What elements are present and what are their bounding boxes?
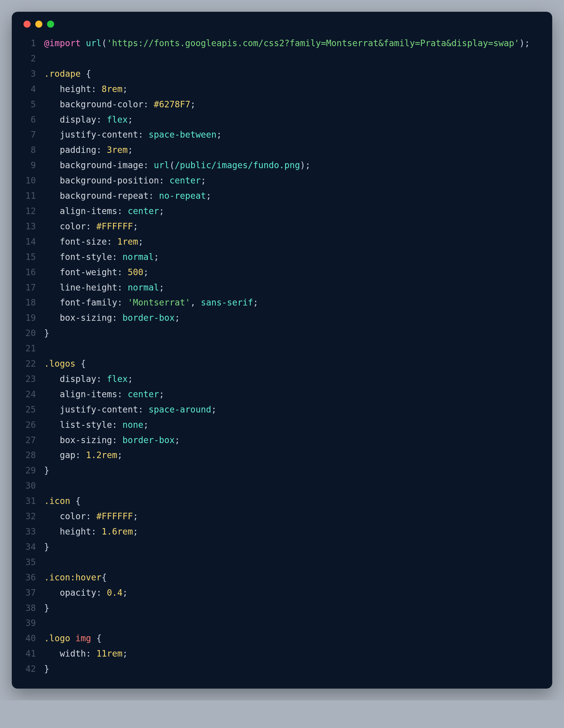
code-line[interactable]: 21 [24,341,540,356]
code-line[interactable]: 30 [24,478,540,494]
code-line[interactable]: 7 justify-content: space-between; [24,127,540,143]
line-content[interactable]: .logo img { [44,631,540,646]
minimize-icon[interactable] [35,21,42,28]
code-line[interactable]: 3.rodape { [24,66,540,82]
code-line[interactable]: 9 background-image: url(/public/images/f… [24,158,540,173]
line-content[interactable]: @import url('https://fonts.googleapis.co… [44,36,540,51]
close-icon[interactable] [24,21,31,28]
line-content[interactable] [44,555,540,570]
token-prop: width [60,649,86,659]
code-line[interactable]: 40.logo img { [24,631,540,646]
code-line[interactable]: 10 background-position: center; [24,173,540,188]
line-content[interactable]: } [44,662,540,677]
line-content[interactable]: width: 11rem; [44,646,540,662]
line-content[interactable]: height: 1.6rem; [44,524,540,540]
code-line[interactable]: 41 width: 11rem; [24,646,540,662]
line-content[interactable]: box-sizing: border-box; [44,310,540,326]
code-line[interactable]: 36.icon:hover{ [24,570,540,585]
maximize-icon[interactable] [47,21,54,28]
code-line[interactable]: 22.logos { [24,356,540,372]
code-line[interactable]: 15 font-style: normal; [24,250,540,265]
line-content[interactable]: font-family: 'Montserrat', sans-serif; [44,295,540,310]
code-line[interactable]: 39 [24,616,540,631]
token-punc: { [101,572,107,582]
code-line[interactable]: 5 background-color: #6278F7; [24,97,540,112]
line-content[interactable]: font-style: normal; [44,250,540,265]
line-content[interactable]: color: #FFFFFF; [44,509,540,524]
code-editor[interactable]: 1@import url('https://fonts.googleapis.c… [24,36,540,677]
line-number: 22 [24,356,44,372]
code-line[interactable]: 26 list-style: none; [24,418,540,433]
line-number: 15 [24,250,44,265]
code-line[interactable]: 13 color: #FFFFFF; [24,219,540,234]
code-line[interactable]: 4 height: 8rem; [24,82,540,97]
line-content[interactable]: background-repeat: no-repeat; [44,188,540,204]
code-line[interactable]: 24 align-items: center; [24,387,540,402]
code-line[interactable]: 8 padding: 3rem; [24,143,540,158]
line-content[interactable]: display: flex; [44,372,540,387]
code-line[interactable]: 34} [24,540,540,555]
line-content[interactable]: padding: 3rem; [44,143,540,158]
token-value: normal [122,252,154,262]
code-line[interactable]: 37 opacity: 0.4; [24,585,540,601]
line-content[interactable]: font-weight: 500; [44,265,540,280]
code-line[interactable]: 38} [24,601,540,616]
code-line[interactable]: 23 display: flex; [24,372,540,387]
line-content[interactable]: justify-content: space-between; [44,127,540,143]
line-content[interactable]: list-style: none; [44,418,540,433]
line-content[interactable]: background-image: url(/public/images/fun… [44,158,540,173]
line-content[interactable]: height: 8rem; [44,82,540,97]
code-line[interactable]: 11 background-repeat: no-repeat; [24,188,540,204]
line-content[interactable]: display: flex; [44,112,540,128]
line-content[interactable]: align-items: center; [44,204,540,219]
code-line[interactable]: 1@import url('https://fonts.googleapis.c… [24,36,540,51]
token-punc: ; [117,450,123,460]
code-line[interactable]: 18 font-family: 'Montserrat', sans-serif… [24,295,540,310]
line-content[interactable]: background-color: #6278F7; [44,97,540,112]
line-content[interactable]: background-position: center; [44,173,540,188]
line-content[interactable] [44,616,540,631]
token-default [44,84,60,94]
code-line[interactable]: 32 color: #FFFFFF; [24,509,540,524]
line-content[interactable] [44,51,540,66]
line-content[interactable]: align-items: center; [44,387,540,402]
code-line[interactable]: 28 gap: 1.2rem; [24,448,540,463]
token-punc: ; [133,511,138,521]
line-content[interactable]: color: #FFFFFF; [44,219,540,234]
line-content[interactable] [44,478,540,494]
code-line[interactable]: 29} [24,463,540,478]
line-content[interactable]: } [44,463,540,478]
line-content[interactable] [44,341,540,356]
code-line[interactable]: 16 font-weight: 500; [24,265,540,280]
line-content[interactable]: justify-content: space-around; [44,402,540,418]
line-content[interactable]: .icon:hover{ [44,570,540,585]
line-content[interactable]: } [44,326,540,341]
line-content[interactable]: gap: 1.2rem; [44,448,540,463]
code-line[interactable]: 33 height: 1.6rem; [24,524,540,540]
line-content[interactable]: line-height: normal; [44,280,540,295]
code-line[interactable]: 20} [24,326,540,341]
code-line[interactable]: 17 line-height: normal; [24,280,540,295]
code-line[interactable]: 14 font-size: 1rem; [24,234,540,250]
line-content[interactable]: .rodape { [44,66,540,82]
line-content[interactable]: .logos { [44,356,540,372]
line-number: 37 [24,585,44,601]
code-line[interactable]: 42} [24,662,540,677]
code-line[interactable]: 12 align-items: center; [24,204,540,219]
line-content[interactable]: opacity: 0.4; [44,585,540,601]
code-line[interactable]: 27 box-sizing: border-box; [24,433,540,448]
code-line[interactable]: 25 justify-content: space-around; [24,402,540,418]
line-number: 40 [24,631,44,646]
code-line[interactable]: 35 [24,555,540,570]
code-line[interactable]: 31.icon { [24,494,540,509]
code-line[interactable]: 19 box-sizing: border-box; [24,310,540,326]
line-content[interactable]: box-sizing: border-box; [44,433,540,448]
token-punc: ; [253,298,258,308]
code-line[interactable]: 6 display: flex; [24,112,540,128]
line-number: 17 [24,280,44,295]
line-content[interactable]: } [44,601,540,616]
code-line[interactable]: 2 [24,51,540,66]
line-content[interactable]: .icon { [44,494,540,509]
line-content[interactable]: } [44,540,540,555]
line-content[interactable]: font-size: 1rem; [44,234,540,250]
